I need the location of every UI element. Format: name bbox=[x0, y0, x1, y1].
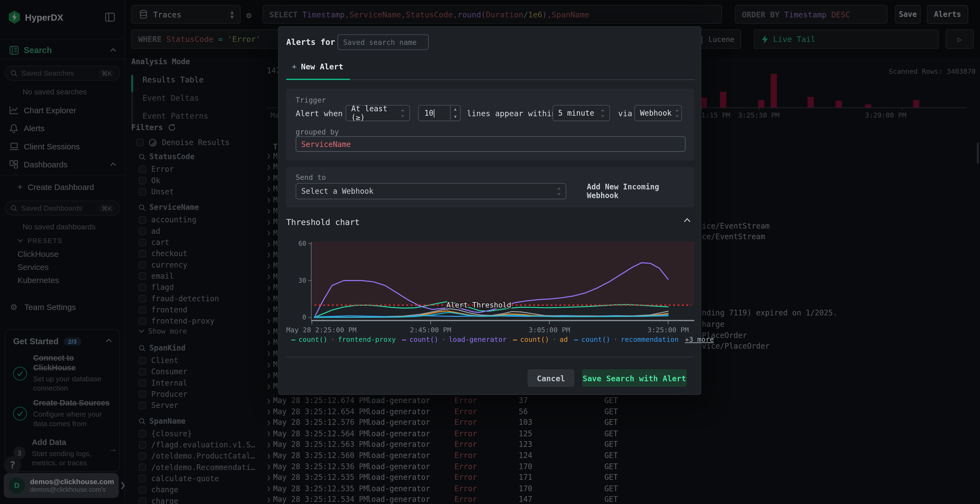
chevron-updown-icon: ⌃⌄ bbox=[557, 187, 560, 196]
svg-text:3:05:00 PM: 3:05:00 PM bbox=[529, 326, 570, 334]
svg-text:30: 30 bbox=[298, 277, 306, 285]
name-placeholder: Saved search name bbox=[343, 38, 417, 46]
tab-label: New Alert bbox=[301, 62, 344, 71]
save-alert-button[interactable]: Save Search with Alert bbox=[582, 369, 687, 387]
alert-modal: Alerts for Saved search name + New Alert… bbox=[278, 26, 701, 395]
svg-text:0: 0 bbox=[302, 313, 306, 321]
collapse-chart-icon[interactable] bbox=[684, 218, 690, 223]
window-select[interactable]: 5 minute⌃⌄ bbox=[553, 105, 610, 121]
threshold-input[interactable]: 10 ▲▼ bbox=[418, 105, 461, 121]
chevron-updown-icon: ⌃⌄ bbox=[601, 109, 605, 117]
channel-select[interactable]: Webhook⌃⌄ bbox=[634, 105, 682, 121]
cancel-button[interactable]: Cancel bbox=[528, 369, 574, 387]
legend-entry[interactable]: —count()·ad bbox=[513, 335, 568, 344]
threshold-chart-title: Threshold chart bbox=[286, 217, 360, 227]
send-to-panel: Send to Select a Webhook ⌃⌄ Add New Inco… bbox=[286, 167, 694, 207]
svg-text:60: 60 bbox=[298, 240, 306, 247]
svg-text:2:45:00 PM: 2:45:00 PM bbox=[410, 326, 451, 334]
legend-entry[interactable]: —count()·load-generator bbox=[402, 335, 507, 344]
chevron-updown-icon: ⌃⌄ bbox=[675, 109, 679, 117]
chart-legend: —count()·frontend-proxy—count()·load-gen… bbox=[291, 335, 694, 344]
number-spinner[interactable]: ▲▼ bbox=[450, 106, 460, 121]
tab-active-indicator bbox=[286, 78, 350, 80]
grouped-by-input[interactable]: ServiceName bbox=[296, 136, 686, 152]
tab-new-alert[interactable]: + New Alert bbox=[292, 61, 343, 71]
saved-search-name-input[interactable]: Saved search name bbox=[337, 34, 429, 50]
legend-more-link[interactable]: +3 more bbox=[685, 335, 714, 344]
svg-text:Alert Threshold: Alert Threshold bbox=[447, 301, 511, 309]
text-caret bbox=[434, 109, 434, 117]
lines-within-label: lines appear within bbox=[467, 105, 556, 121]
alert-when-label: Alert when bbox=[296, 105, 343, 121]
comparator-select[interactable]: At least (≥)⌃⌄ bbox=[346, 105, 410, 121]
svg-text:May 28 2:25:00 PM: May 28 2:25:00 PM bbox=[286, 326, 356, 334]
svg-text:3:25:00 PM: 3:25:00 PM bbox=[648, 326, 689, 334]
legend-entry[interactable]: —count()·recommendation bbox=[574, 335, 679, 344]
threshold-value: 10 bbox=[425, 108, 433, 117]
send-to-label: Send to bbox=[296, 173, 326, 182]
via-label: via bbox=[618, 105, 632, 121]
app-root: Traces ▲▼ ⚙ SELECT Timestamp,ServiceName… bbox=[0, 0, 980, 504]
threshold-chart: 03060May 28 2:25:00 PM2:45:00 PM3:05:00 … bbox=[279, 233, 702, 340]
footer-divider bbox=[286, 357, 694, 357]
modal-title: Alerts for bbox=[286, 34, 336, 50]
trigger-panel: Trigger Alert when At least (≥)⌃⌄ 10 ▲▼ … bbox=[286, 89, 694, 161]
trigger-label: Trigger bbox=[296, 95, 326, 104]
chevron-updown-icon: ⌃⌄ bbox=[401, 109, 404, 117]
webhook-select[interactable]: Select a Webhook ⌃⌄ bbox=[296, 183, 566, 199]
grouped-by-value: ServiceName bbox=[301, 140, 351, 148]
legend-entry[interactable]: —count()·frontend-proxy bbox=[291, 335, 396, 344]
grouped-by-label: grouped by bbox=[296, 127, 339, 136]
plus-icon: + bbox=[292, 62, 296, 71]
add-webhook-link[interactable]: Add New Incoming Webhook bbox=[587, 183, 694, 199]
